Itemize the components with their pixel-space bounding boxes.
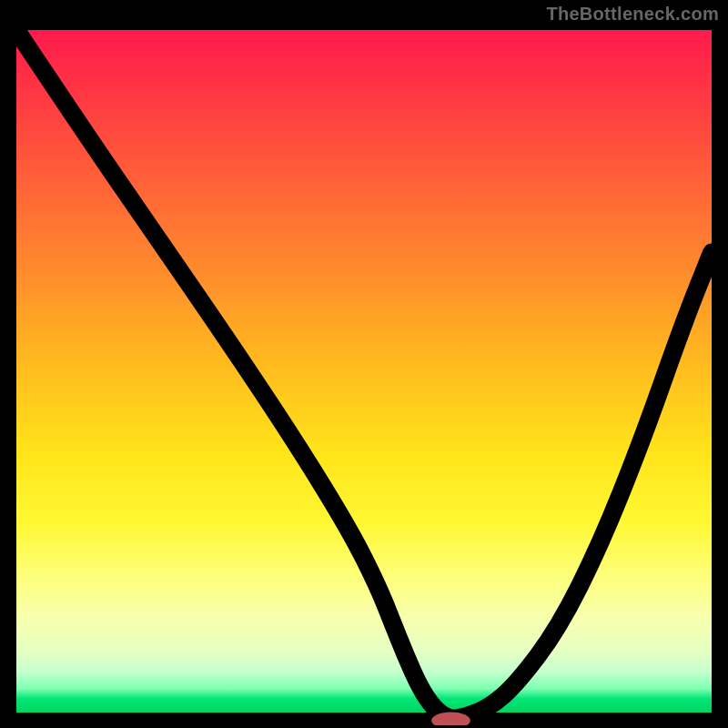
curve-svg <box>16 30 712 725</box>
plot-area <box>16 30 712 713</box>
chart-container: TheBottleneck.com <box>0 0 728 728</box>
bottleneck-curve <box>16 30 712 718</box>
attribution-label: TheBottleneck.com <box>546 4 719 25</box>
